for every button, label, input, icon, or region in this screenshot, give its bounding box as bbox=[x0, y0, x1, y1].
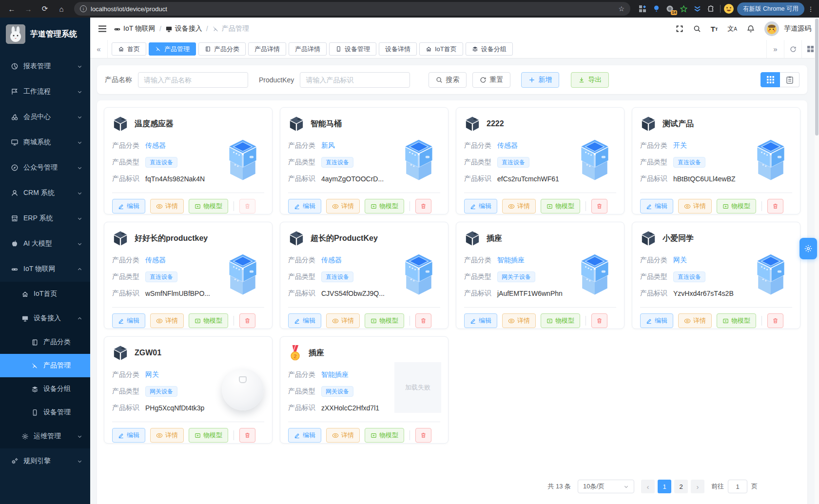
sidebar-item-ops[interactable]: 运维管理 bbox=[0, 424, 90, 448]
site-info-icon[interactable]: i bbox=[80, 5, 87, 12]
delete-button[interactable] bbox=[767, 199, 783, 213]
detail-button[interactable]: 详情 bbox=[326, 428, 360, 443]
edit-button[interactable]: 编辑 bbox=[288, 313, 321, 328]
thing-model-button[interactable]: 物模型 bbox=[365, 199, 404, 213]
thing-model-button[interactable]: 物模型 bbox=[717, 313, 756, 328]
address-bar[interactable]: i localhost/iot/device/product ☆ bbox=[74, 2, 630, 16]
page-size-select[interactable]: 10条/页 bbox=[578, 480, 634, 493]
bookmark-star-icon[interactable]: ☆ bbox=[619, 5, 625, 13]
edit-button[interactable]: 编辑 bbox=[112, 313, 145, 328]
detail-button[interactable]: 详情 bbox=[150, 199, 184, 213]
url-text[interactable]: localhost/iot/device/product bbox=[91, 5, 615, 13]
detail-button[interactable]: 详情 bbox=[326, 199, 360, 213]
edit-button[interactable]: 编辑 bbox=[464, 313, 497, 328]
detail-button[interactable]: 详情 bbox=[150, 313, 184, 328]
sidebar-item-device-group[interactable]: 设备分组 bbox=[0, 377, 90, 401]
delete-button[interactable] bbox=[767, 313, 783, 328]
page-button-1[interactable]: 1 bbox=[658, 480, 671, 493]
browser-home-button[interactable]: ⌂ bbox=[55, 2, 68, 16]
tab-7[interactable]: 设备详情 bbox=[379, 42, 417, 56]
search-button[interactable]: 搜索 bbox=[429, 72, 467, 88]
browser-menu-icon[interactable]: ⋮ bbox=[807, 5, 814, 13]
thing-model-button[interactable]: 物模型 bbox=[541, 199, 580, 213]
page-scrollbar[interactable] bbox=[815, 18, 819, 504]
next-page-button[interactable]: › bbox=[691, 480, 704, 493]
delete-button[interactable] bbox=[239, 199, 255, 213]
tab-2[interactable]: 产品管理 bbox=[149, 42, 196, 56]
thing-model-button[interactable]: 物模型 bbox=[541, 313, 580, 328]
tab-3[interactable]: 产品分类 bbox=[198, 42, 246, 56]
thing-model-button[interactable]: 物模型 bbox=[189, 313, 228, 328]
sidebar-item-member[interactable]: 会员中心 bbox=[0, 104, 90, 130]
username[interactable]: 芋道源码 bbox=[784, 24, 811, 33]
sidebar-item-device-management[interactable]: 设备管理 bbox=[0, 401, 90, 424]
tab-6[interactable]: 设备管理 bbox=[329, 42, 376, 56]
profile-avatar-emoji[interactable] bbox=[723, 3, 734, 14]
delete-button[interactable] bbox=[591, 313, 607, 328]
prev-page-button[interactable]: ‹ bbox=[641, 480, 655, 493]
browser-forward-button[interactable]: → bbox=[21, 2, 35, 16]
category-link[interactable]: 网关 bbox=[673, 256, 687, 265]
balloon-extension-icon[interactable] bbox=[652, 4, 661, 13]
theme-settings-button[interactable] bbox=[800, 238, 817, 259]
bell-icon[interactable] bbox=[747, 25, 755, 33]
category-link[interactable]: 新风 bbox=[321, 141, 335, 150]
detail-button[interactable]: 详情 bbox=[678, 313, 712, 328]
delete-button[interactable] bbox=[239, 428, 255, 443]
chevrons-extension-icon[interactable] bbox=[693, 4, 702, 13]
sidebar-item-workflow[interactable]: 工作流程 bbox=[0, 79, 90, 104]
edit-button[interactable]: 编辑 bbox=[112, 199, 145, 213]
sidebar-item-device-access[interactable]: 设备接入 bbox=[0, 306, 90, 330]
edit-button[interactable]: 编辑 bbox=[640, 199, 673, 213]
refresh-page-icon[interactable] bbox=[784, 40, 801, 58]
tab-5[interactable]: 产品详情 bbox=[289, 42, 327, 56]
sidebar-item-product-category[interactable]: 产品分类 bbox=[0, 330, 90, 354]
circle-extension-icon[interactable]: 14 bbox=[665, 4, 674, 13]
sidebar-item-product-management[interactable]: 产品管理 bbox=[0, 354, 90, 377]
thing-model-button[interactable]: 物模型 bbox=[365, 428, 404, 443]
breadcrumb-item-iot[interactable]: IoT 物联网 bbox=[114, 24, 156, 33]
sidebar-item-crm[interactable]: CRM 系统 bbox=[0, 180, 90, 206]
category-link[interactable]: 传感器 bbox=[497, 141, 518, 150]
detail-button[interactable]: 详情 bbox=[502, 199, 536, 213]
delete-button[interactable] bbox=[415, 313, 431, 328]
sidebar-item-iot-home[interactable]: IoT首页 bbox=[0, 282, 90, 306]
edit-button[interactable]: 编辑 bbox=[112, 428, 145, 443]
detail-button[interactable]: 详情 bbox=[326, 313, 360, 328]
breadcrumb-item-access[interactable]: 设备接入 bbox=[165, 24, 202, 33]
edit-button[interactable]: 编辑 bbox=[288, 199, 321, 213]
language-icon[interactable]: 文A bbox=[727, 24, 737, 33]
category-link[interactable]: 传感器 bbox=[145, 141, 166, 150]
category-link[interactable]: 智能插座 bbox=[321, 370, 349, 379]
sidebar-item-mall[interactable]: 商城系统 bbox=[0, 130, 90, 155]
delete-button[interactable] bbox=[239, 313, 255, 328]
product-name-input[interactable] bbox=[138, 72, 248, 88]
goto-page-input[interactable] bbox=[728, 480, 747, 493]
star-extension-icon[interactable] bbox=[679, 4, 688, 13]
category-link[interactable]: 传感器 bbox=[145, 256, 166, 265]
tab-1[interactable]: 首页 bbox=[112, 42, 146, 56]
delete-button[interactable] bbox=[415, 428, 431, 443]
sidebar-item-report[interactable]: 报表管理 bbox=[0, 54, 90, 79]
edit-button[interactable]: 编辑 bbox=[464, 199, 497, 213]
thing-model-button[interactable]: 物模型 bbox=[189, 199, 228, 213]
edit-button[interactable]: 编辑 bbox=[288, 428, 321, 443]
scrollbar-thumb[interactable] bbox=[815, 19, 819, 136]
grid-view-button[interactable] bbox=[760, 72, 780, 87]
font-size-icon[interactable]: Tт bbox=[711, 25, 718, 33]
sidebar-item-iot[interactable]: IoT 物联网 bbox=[0, 256, 90, 282]
tab-9[interactable]: 设备分组 bbox=[466, 42, 513, 56]
delete-button[interactable] bbox=[415, 199, 431, 213]
sidebar-item-rule-engine[interactable]: 规则引擎 bbox=[0, 448, 90, 474]
category-link[interactable]: 网关 bbox=[145, 370, 159, 379]
user-avatar[interactable] bbox=[764, 21, 779, 36]
browser-back-button[interactable]: ← bbox=[5, 2, 19, 16]
edit-button[interactable]: 编辑 bbox=[640, 313, 673, 328]
thing-model-button[interactable]: 物模型 bbox=[717, 199, 756, 213]
category-link[interactable]: 传感器 bbox=[321, 256, 342, 265]
sidebar-item-ai[interactable]: AI 大模型 bbox=[0, 231, 90, 256]
tab-4[interactable]: 产品详情 bbox=[248, 42, 286, 56]
detail-button[interactable]: 详情 bbox=[502, 313, 536, 328]
category-link[interactable]: 开关 bbox=[673, 141, 687, 150]
list-view-button[interactable] bbox=[780, 72, 800, 87]
